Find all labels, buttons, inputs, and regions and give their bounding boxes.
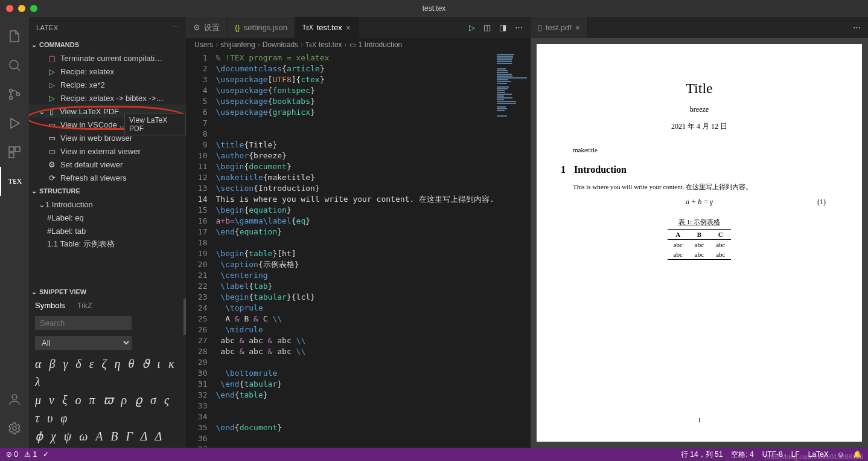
sidebar: LATEX ⋯ ⌄ COMMANDS ▢Terminate current co…	[29, 17, 186, 448]
tab-settings-json[interactable]: {} settings.json	[228, 17, 295, 38]
errors-count[interactable]: ⊘ 0	[6, 450, 18, 459]
tab-symbols[interactable]: Symbols	[35, 301, 65, 310]
pdf-body: This is where you will write your conten…	[573, 182, 838, 192]
tab-test-tex[interactable]: TᴇX test.tex ×	[295, 17, 359, 38]
extensions-icon[interactable]	[0, 138, 29, 167]
snippet-tabs: Symbols TikZ	[29, 298, 186, 312]
statusbar: ⊘ 0 ⚠ 1 ✓ 行 14，列 51 空格: 4 UTF-8 LF LaTeX…	[0, 448, 868, 461]
run-debug-icon[interactable]	[0, 109, 29, 138]
tooltip: View LaTeX PDF	[124, 114, 186, 135]
maximize-window-button[interactable]	[30, 5, 37, 12]
svg-point-0	[10, 60, 18, 69]
account-icon[interactable]	[0, 385, 29, 414]
pdf-title: Title	[561, 80, 838, 97]
explorer-icon[interactable]	[0, 22, 29, 51]
chevron-down-icon: ⌄	[31, 187, 37, 195]
play-icon: ▷	[47, 67, 57, 76]
cursor-position[interactable]: 行 14，列 51	[681, 450, 723, 460]
close-icon[interactable]: ×	[575, 23, 580, 33]
pdf-date: 2021 年 4 月 12 日	[561, 121, 838, 132]
titlebar: test.tex	[0, 0, 868, 17]
pdf-author: breeze	[561, 105, 838, 114]
view-icon: ▭	[47, 120, 57, 129]
refresh-icon: ⟳	[47, 173, 57, 182]
run-icon[interactable]: ▷	[469, 23, 475, 32]
svg-rect-4	[9, 147, 14, 152]
play-icon: ▷	[47, 80, 57, 89]
gear-icon: ⚙	[193, 23, 200, 32]
chevron-down-icon: ⌄	[31, 41, 37, 49]
code-editor[interactable]: 1234567891011121314151617181920212223242…	[186, 51, 530, 448]
pdf-page: Title breeze 2021 年 4 月 12 日 maketitle 1…	[537, 44, 862, 442]
more-icon[interactable]: ⋯	[853, 23, 861, 32]
minimap[interactable]	[494, 51, 530, 448]
minimize-window-button[interactable]	[18, 5, 25, 12]
symbols-grid[interactable]: α β γ δ ε ζ η θ ϑ ι κ λ μ ν ξ o π ϖ ρ ϱ …	[29, 352, 186, 448]
svg-point-8	[13, 427, 16, 430]
pdf-page-number: 1	[698, 416, 701, 424]
svg-point-7	[12, 395, 17, 399]
structure-introduction[interactable]: ⌄1 Introduction	[29, 198, 186, 211]
indentation[interactable]: 空格: 4	[731, 450, 753, 460]
latex-icon[interactable]: TᴇX	[0, 167, 29, 196]
more-icon[interactable]: ⋯	[172, 24, 179, 31]
pdf-viewer[interactable]: Title breeze 2021 年 4 月 12 日 maketitle 1…	[531, 38, 868, 448]
editor-group-left: ⚙ 设置 {} settings.json TᴇX test.tex × ▷ ◫…	[186, 17, 530, 448]
recipe-xe2[interactable]: ▷Recipe: xe*2	[29, 78, 186, 91]
external-icon: ▭	[47, 147, 57, 156]
tab-tikz[interactable]: TikZ	[77, 301, 92, 310]
sidebar-title: LATEX ⋯	[29, 17, 186, 38]
structure-section[interactable]: ⌄ STRUCTURE	[29, 184, 186, 198]
view-external[interactable]: ▭View in external viewer	[29, 144, 186, 158]
terminate-compilation[interactable]: ▢Terminate current compilati…	[29, 51, 186, 65]
pdf-table-caption: 表 1: 示例表格	[561, 218, 838, 227]
play-icon: ▷	[47, 94, 57, 103]
pdf-tabs: ▯ test.pdf × ⋯	[531, 17, 868, 38]
code-content[interactable]: % !TEX program = xelatex\documentclass{a…	[215, 51, 494, 448]
warnings-count[interactable]: ⚠ 1	[24, 450, 37, 459]
recipe-xelatex-bibtex[interactable]: ▷Recipe: xelatex -> bibtex ->…	[29, 91, 186, 105]
tex-icon: TᴇX	[302, 24, 313, 31]
snippet-section[interactable]: ⌄ SNIPPET VIEW	[29, 285, 186, 298]
pdf-icon: ▯	[46, 107, 56, 116]
svg-rect-6	[9, 153, 14, 158]
line-numbers: 1234567891011121314151617181920212223242…	[186, 51, 215, 448]
window-title: test.tex	[423, 4, 446, 13]
pdf-section-heading: 1Introduction	[561, 164, 838, 175]
svg-rect-5	[15, 147, 20, 152]
symbol-search-input[interactable]	[35, 316, 132, 330]
close-icon[interactable]: ×	[346, 23, 351, 33]
chevron-down-icon: ⌄	[39, 200, 45, 209]
browser-icon: ▭	[47, 134, 57, 143]
recipe-xelatex[interactable]: ▷Recipe: xelatex	[29, 65, 186, 78]
pdf-equation: a + b = γ (1)	[561, 198, 838, 207]
split-right-icon[interactable]: ◨	[499, 23, 506, 32]
build-status-icon[interactable]: ✓	[43, 450, 49, 459]
stop-icon: ▢	[47, 54, 57, 63]
svg-point-1	[10, 89, 13, 92]
symbol-category-select[interactable]: All	[35, 336, 132, 350]
settings-gear-icon[interactable]	[0, 414, 29, 443]
table-example[interactable]: 1.1 Table: 示例表格	[29, 237, 186, 251]
more-icon[interactable]: ⋯	[515, 23, 523, 32]
label-tab[interactable]: #Label: tab	[29, 224, 186, 237]
split-icon[interactable]: ◫	[483, 23, 491, 32]
label-eq[interactable]: #Label: eq	[29, 211, 186, 224]
source-control-icon[interactable]	[0, 80, 29, 109]
refresh-viewers[interactable]: ⟳Refresh all viewers	[29, 171, 186, 184]
editor-tabs: ⚙ 设置 {} settings.json TᴇX test.tex × ▷ ◫…	[186, 17, 530, 38]
chevron-down-icon: ⌄	[31, 288, 37, 296]
commands-section[interactable]: ⌄ COMMANDS	[29, 38, 186, 51]
set-default-viewer[interactable]: ⚙Set default viewer	[29, 158, 186, 171]
search-icon[interactable]	[0, 51, 29, 80]
pdf-table: ABC abcabcabc abcabcabc	[668, 229, 732, 260]
close-window-button[interactable]	[6, 5, 13, 12]
tab-test-pdf[interactable]: ▯ test.pdf ×	[531, 17, 588, 38]
editor-group-right: ▯ test.pdf × ⋯ Title breeze 2021 年 4 月 1…	[530, 17, 868, 448]
svg-point-3	[17, 93, 20, 96]
pdf-maketitle: maketitle	[573, 146, 838, 153]
window-controls	[6, 5, 37, 12]
tab-settings[interactable]: ⚙ 设置	[186, 17, 228, 38]
svg-point-2	[10, 97, 13, 100]
breadcrumb[interactable]: Users› shijianfeng› Downloads› TᴇX test.…	[186, 38, 530, 51]
